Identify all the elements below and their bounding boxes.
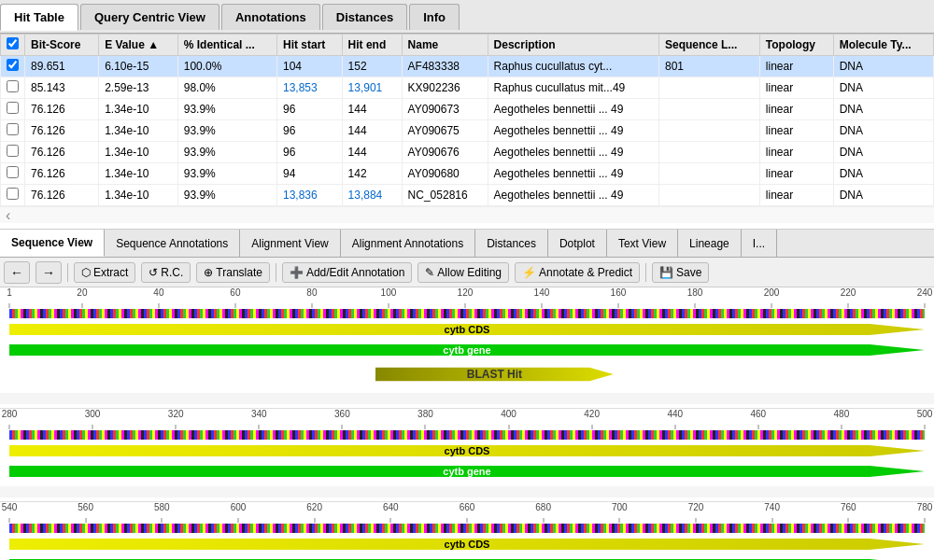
e-value-cell: 6.10e-15 bbox=[99, 56, 178, 77]
table-row[interactable]: 76.126 1.34e-10 93.9% 96 144 AY090675 Ae… bbox=[1, 120, 934, 142]
bit-score-cell: 76.126 bbox=[25, 142, 99, 163]
pct-identical-cell: 93.9% bbox=[177, 99, 276, 120]
cytb-cds-bar: cytb CDS bbox=[9, 320, 925, 339]
annotate-predict-button[interactable]: ⚡ Annotate & Predict bbox=[515, 262, 640, 283]
ruler-tick: 500 bbox=[917, 409, 933, 425]
cytb-cds-bar: cytb CDS bbox=[9, 535, 925, 553]
ruler-tick: 780 bbox=[917, 502, 933, 518]
tab-hit-table[interactable]: Hit Table bbox=[0, 4, 78, 31]
tab-lineage[interactable]: Lineage bbox=[678, 230, 742, 257]
forward-button[interactable]: → bbox=[35, 261, 62, 284]
select-all-checkbox[interactable] bbox=[7, 37, 19, 49]
row-checkbox-cell[interactable] bbox=[1, 142, 25, 163]
topology-cell: linear bbox=[759, 56, 833, 77]
e-value-cell: 1.34e-10 bbox=[99, 99, 178, 120]
back-button[interactable]: ← bbox=[4, 261, 30, 284]
tab-query-centric[interactable]: Query Centric View bbox=[80, 4, 219, 30]
table-row[interactable]: 76.126 1.34e-10 93.9% 96 144 AY090676 Ae… bbox=[1, 142, 934, 163]
tab-info[interactable]: Info bbox=[409, 4, 460, 30]
row-checkbox[interactable] bbox=[7, 145, 19, 157]
table-row[interactable]: 76.126 1.34e-10 93.9% 96 144 AY090673 Ae… bbox=[1, 99, 934, 120]
blast-hit-track[interactable]: BLAST Hit bbox=[9, 363, 925, 385]
row-checkbox[interactable] bbox=[7, 59, 19, 71]
tab-alignment-annotations[interactable]: Alignment Annotations bbox=[341, 230, 475, 257]
sequence-view-panel: 120406080100120140160180200220240cytb CD… bbox=[0, 287, 934, 560]
name-cell: AY090680 bbox=[402, 163, 488, 185]
molecule-type-cell: DNA bbox=[833, 163, 933, 185]
cytb-cds-track: cytb CDS bbox=[9, 535, 925, 553]
row-checkbox[interactable] bbox=[7, 188, 19, 200]
add-edit-icon: ➕ bbox=[290, 266, 304, 279]
header-molecule-type[interactable]: Molecule Ty... bbox=[833, 35, 933, 56]
molecule-type-cell: DNA bbox=[833, 120, 933, 142]
table-row[interactable]: 89.651 6.10e-15 100.0% 104 152 AF483338 … bbox=[1, 56, 934, 77]
bit-score-cell: 85.143 bbox=[25, 77, 99, 99]
table-row[interactable]: 85.143 2.59e-13 98.0% 13,853 13,901 KX90… bbox=[1, 77, 934, 99]
header-hit-end[interactable]: Hit end bbox=[342, 35, 402, 56]
seq-length-cell bbox=[658, 120, 759, 142]
allow-editing-button[interactable]: ✎ Allow Editing bbox=[417, 262, 509, 283]
header-e-value[interactable]: E Value ▲ bbox=[99, 35, 178, 56]
ruler-tick: 220 bbox=[841, 287, 856, 303]
header-hit-start[interactable]: Hit start bbox=[276, 35, 342, 56]
e-value-cell: 1.34e-10 bbox=[99, 120, 178, 142]
table-row[interactable]: 76.126 1.34e-10 93.9% 94 142 AY090680 Ae… bbox=[1, 163, 934, 185]
tab-sequence-annotations[interactable]: Sequence Annotations bbox=[105, 230, 240, 257]
tab-sequence-view[interactable]: Sequence View bbox=[0, 230, 105, 257]
ruler-tick: 380 bbox=[417, 409, 433, 425]
scroll-left-icon[interactable]: ‹ bbox=[6, 207, 10, 224]
ruler-tick: 740 bbox=[764, 502, 780, 518]
row-checkbox[interactable] bbox=[7, 102, 19, 114]
row-checkbox-cell[interactable] bbox=[1, 185, 25, 206]
extract-button[interactable]: ⬡ Extract bbox=[74, 262, 135, 283]
row-checkbox[interactable] bbox=[7, 166, 19, 178]
ruler-tick: 240 bbox=[917, 287, 933, 303]
row-checkbox[interactable] bbox=[7, 123, 19, 135]
header-topology[interactable]: Topology bbox=[759, 35, 833, 56]
add-edit-annotation-button[interactable]: ➕ Add/Edit Annotation bbox=[282, 262, 412, 283]
tab-distances[interactable]: Distances bbox=[475, 230, 548, 257]
ruler-tick: 440 bbox=[667, 409, 683, 425]
topology-cell: linear bbox=[759, 185, 833, 206]
header-description[interactable]: Description bbox=[488, 35, 658, 56]
tab-distances[interactable]: Distances bbox=[322, 4, 407, 30]
translate-button[interactable]: ⊕ Translate bbox=[196, 262, 270, 283]
seq-length-cell bbox=[658, 185, 759, 206]
tab-annotations[interactable]: Annotations bbox=[221, 4, 320, 30]
header-seq-length[interactable]: Sequence L... bbox=[658, 35, 759, 56]
tab-more[interactable]: I... bbox=[742, 230, 777, 257]
tab-alignment-view[interactable]: Alignment View bbox=[240, 230, 341, 257]
bit-score-cell: 76.126 bbox=[25, 163, 99, 185]
header-checkbox[interactable] bbox=[1, 35, 25, 56]
header-pct-identical[interactable]: % Identical ... bbox=[177, 35, 276, 56]
description-cell: Aegotheles bennettii ... 49 bbox=[488, 120, 658, 142]
row-checkbox-cell[interactable] bbox=[1, 163, 25, 185]
save-icon: 💾 bbox=[659, 266, 673, 279]
seq-block-0: 120406080100120140160180200220240cytb CD… bbox=[0, 287, 934, 393]
ruler-tick: 160 bbox=[611, 287, 627, 303]
name-cell: KX902236 bbox=[402, 77, 488, 99]
hit-start-cell: 96 bbox=[276, 120, 342, 142]
save-button[interactable]: 💾 Save bbox=[652, 262, 709, 283]
pct-identical-cell: 93.9% bbox=[177, 163, 276, 185]
header-bit-score[interactable]: Bit-Score bbox=[25, 35, 99, 56]
pencil-icon: ✎ bbox=[425, 266, 434, 279]
blast-hit-bar[interactable]: BLAST Hit bbox=[375, 363, 614, 385]
translate-icon: ⊕ bbox=[204, 266, 213, 279]
tab-text-view[interactable]: Text View bbox=[607, 230, 678, 257]
row-checkbox-cell[interactable] bbox=[1, 99, 25, 120]
ruler-tick: 720 bbox=[688, 502, 704, 518]
name-cell: NC_052816 bbox=[402, 185, 488, 206]
row-checkbox-cell[interactable] bbox=[1, 77, 25, 99]
seq-length-cell: 801 bbox=[658, 56, 759, 77]
row-checkbox-cell[interactable] bbox=[1, 120, 25, 142]
tab-dotplot[interactable]: Dotplot bbox=[548, 230, 607, 257]
table-row[interactable]: 76.126 1.34e-10 93.9% 13,836 13,884 NC_0… bbox=[1, 185, 934, 206]
molecule-type-cell: DNA bbox=[833, 99, 933, 120]
row-checkbox-cell[interactable] bbox=[1, 56, 25, 77]
rc-button[interactable]: ↺ R.C. bbox=[141, 262, 191, 283]
header-name[interactable]: Name bbox=[402, 35, 488, 56]
cytb-gene-bar: cytb gene bbox=[9, 462, 925, 481]
row-checkbox[interactable] bbox=[7, 80, 19, 92]
hit-end-cell: 13,901 bbox=[342, 77, 402, 99]
